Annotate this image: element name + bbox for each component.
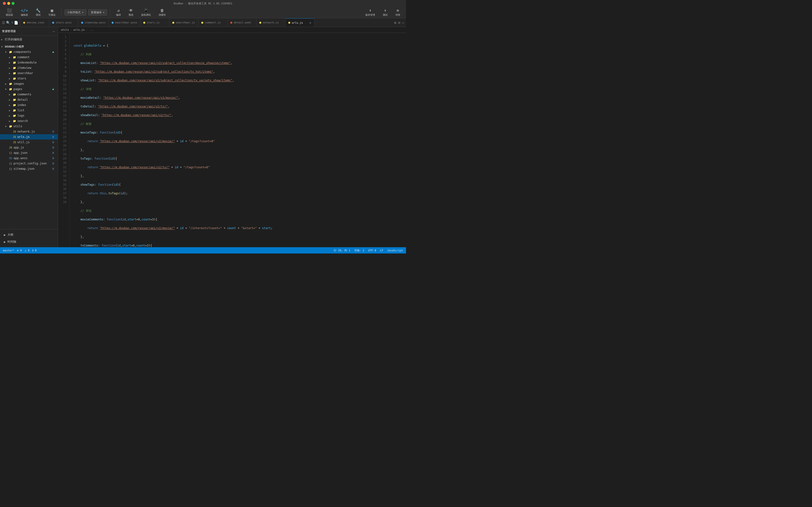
info-icon: ℹ	[33, 249, 33, 252]
line-ending[interactable]: LF	[380, 249, 383, 252]
sidebar-item-app-wxss[interactable]: SS app.wxss U	[0, 156, 58, 161]
sidebar-item-comment[interactable]: ▶ 📁 comment	[0, 55, 58, 60]
folder-name: stars	[17, 77, 56, 80]
encoding[interactable]: UTF-8	[368, 249, 376, 252]
new-file-icon[interactable]: ⋯	[52, 29, 56, 34]
search-tab-icon[interactable]: 🔍	[6, 21, 10, 24]
sidebar-item-stars[interactable]: ▶ 📁 stars	[0, 76, 58, 81]
minimize-button[interactable]	[7, 2, 10, 5]
tab-stars-js[interactable]: stars.js	[140, 18, 169, 27]
tab-comment-js[interactable]: comment.js	[198, 18, 227, 27]
line-numbers: 12345 678910 1112131415 1617181920 21222…	[58, 33, 69, 247]
sidebar-item-indexmodule[interactable]: ▶ 📁 indexmodule	[0, 60, 58, 65]
sidebar-item-network-js[interactable]: JS network.js U	[0, 129, 58, 134]
sidebar-item-itemview[interactable]: ▶ 📁 itemview	[0, 65, 58, 70]
compile-button[interactable]: ↺ 编译	[113, 7, 124, 18]
more-icon[interactable]: ⋯	[402, 21, 404, 24]
sidebar-item-pages[interactable]: ▼ 📁 pages ●	[0, 87, 58, 92]
sidebar-item-images[interactable]: ▶ 📁 images	[0, 81, 58, 87]
file-name: urls.js	[17, 135, 51, 138]
detail-icon: ≡	[397, 8, 399, 13]
sidebar-item-components[interactable]: ▼ 📁 components ●	[0, 49, 58, 55]
file-badge-u: U	[52, 141, 56, 144]
test-button[interactable]: ⬆ 测试	[380, 7, 391, 18]
folder-icon: 📁	[12, 76, 16, 80]
open-editors-section: ▶ 打开的编辑器	[0, 36, 58, 43]
sidebar-item-util-js[interactable]: JS util.js U	[0, 139, 58, 145]
sidebar-item-logs[interactable]: ▶ 📁 logs	[0, 113, 58, 118]
file-badge-u: U	[52, 136, 56, 138]
window-title: DouBan - 微信开发者工具 RC 1.05.2103051	[174, 2, 233, 5]
debug-button[interactable]: 🔧 调试	[33, 7, 44, 18]
clear-cache-button[interactable]: 🗑 清缓存	[156, 7, 169, 18]
warning-count[interactable]: △ 0	[24, 249, 30, 252]
folder-icon: 📁	[12, 114, 16, 118]
tab-stars-wxss[interactable]: stars.wxss	[49, 18, 78, 27]
real-debug-button[interactable]: 📱 真机调试	[138, 7, 154, 18]
tab-dot	[52, 22, 54, 24]
tab-urls-js[interactable]: urls.js ✕	[286, 18, 314, 27]
visual-button[interactable]: ▦ 可视化	[45, 7, 58, 18]
sidebar-item-urls-js[interactable]: JS urls.js U	[0, 134, 58, 139]
indentation[interactable]: 空格: 2	[354, 249, 364, 252]
sidebar-item-index[interactable]: ▶ 📁 index	[0, 102, 58, 108]
tab-label: urls.js	[292, 21, 303, 24]
expand-arrow: ▶	[8, 77, 12, 80]
outline-label: 大纲	[7, 233, 13, 237]
sidebar-item-search[interactable]: ▶ 📁 search	[0, 118, 58, 124]
tab-close-button[interactable]: ✕	[309, 21, 311, 24]
sidebar-item-comments[interactable]: ▶ 📁 comments	[0, 92, 58, 97]
outline-item[interactable]: ▶ 大纲	[0, 231, 58, 238]
language-mode[interactable]: JavaScript	[387, 249, 403, 252]
sidebar-item-sitemap-json[interactable]: {} sitemap.json U	[0, 166, 58, 171]
maximize-button[interactable]	[12, 2, 14, 5]
expand-arrow: ▼	[4, 125, 8, 128]
folder-name: index	[17, 103, 56, 107]
git-branch[interactable]: master*	[3, 249, 14, 252]
sidebar-item-project-config[interactable]: {} project.config.json U	[0, 161, 58, 166]
tab-emview-json[interactable]: emview.json	[20, 18, 49, 27]
sidebar-item-searchbar[interactable]: ▶ 📁 searchbar	[0, 70, 58, 76]
chevron-down-icon: ▾	[82, 11, 84, 14]
split-editor-icon[interactable]: ⊞	[394, 21, 396, 24]
hamburger-icon[interactable]: ☰	[2, 21, 5, 24]
folder-icon: 📁	[12, 93, 16, 96]
expand-arrow: ▶	[8, 109, 12, 112]
info-count[interactable]: ℹ 0	[33, 249, 37, 252]
compile-dropdown[interactable]: 普通编译 ▾	[88, 9, 107, 15]
layout-icon[interactable]: ⊟	[398, 21, 400, 24]
tab-label: detail.wxml	[234, 21, 251, 24]
cursor-position[interactable]: 行 39, 列 1	[334, 249, 350, 252]
error-count[interactable]: ⊗ 0	[17, 249, 22, 252]
code-editor[interactable]: const globalUrls = { // 列表 movieList: "h…	[69, 33, 406, 247]
simulator-button[interactable]: ⬛ 模拟器	[3, 7, 16, 18]
preview-button[interactable]: 👁 预览	[126, 7, 136, 18]
expand-arrow: ▶	[8, 56, 12, 59]
expand-arrow: ▼	[4, 88, 8, 91]
tab-searchbar-js[interactable]: searchbar.js	[169, 18, 198, 27]
detail-button[interactable]: ≡ 详情	[393, 7, 403, 18]
version-button[interactable]: ⬆ 版本管理	[362, 7, 378, 18]
tab-network-js[interactable]: network.js	[256, 18, 286, 27]
sidebar-item-app-json[interactable]: {} app.json U	[0, 150, 58, 156]
detail-label: 详情	[395, 13, 400, 17]
sidebar-item-detail[interactable]: ▶ 📁 detail	[0, 97, 58, 102]
git-icon[interactable]: ⌥	[11, 21, 13, 24]
tab-itemview-wxss[interactable]: itemview.wxss	[78, 18, 108, 27]
json-file-icon: {}	[9, 151, 12, 155]
sidebar-item-utils[interactable]: ▼ 📁 utils	[0, 124, 58, 129]
file-icon[interactable]: 📄	[14, 21, 18, 24]
editor-button[interactable]: </> 编辑器	[18, 7, 31, 18]
mode-dropdown[interactable]: 小程序模式 ▾	[64, 9, 86, 15]
open-editors-header[interactable]: ▶ 打开的编辑器	[0, 37, 58, 42]
sidebar-item-list[interactable]: ▶ 📁 list	[0, 108, 58, 113]
titlebar: DouBan - 微信开发者工具 RC 1.05.2103051	[0, 0, 406, 7]
project-header[interactable]: ▼ DOUBAN/小程序	[0, 44, 58, 49]
sidebar-item-app-js[interactable]: JS app.js U	[0, 145, 58, 150]
tab-searchbar-wxss[interactable]: searchbar.wxss	[109, 18, 141, 27]
toolbar-right: ⬆ 版本管理 ⬆ 测试 ≡ 详情	[362, 7, 403, 18]
breadcrumb-urls-js: urls.js	[73, 28, 85, 32]
close-button[interactable]	[3, 2, 6, 5]
tab-detail-wxml[interactable]: detail.wxml	[227, 18, 256, 27]
timeline-item[interactable]: ▶ 时间轴	[0, 238, 58, 245]
